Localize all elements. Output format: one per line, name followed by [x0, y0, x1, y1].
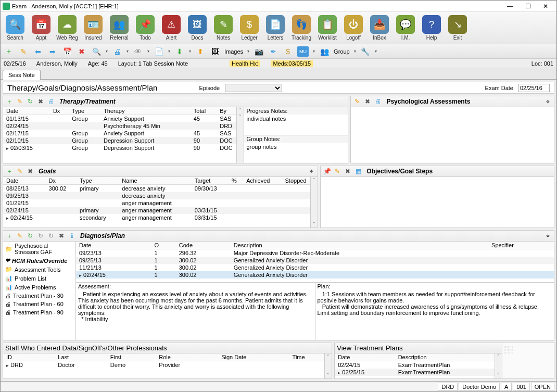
scroll-down-icon[interactable]: ˅	[237, 113, 244, 120]
toolbar-alert[interactable]: ⚠Alert	[159, 14, 184, 43]
table-row[interactable]: ▸ 02/03/15GroupDepression Support90DOC	[3, 144, 244, 151]
table-row[interactable]: 02/17/15GroupAnxiety Support45SAS	[3, 130, 244, 137]
new-doc-dropdown[interactable]: ▾	[168, 49, 170, 54]
search-icon[interactable]: 🔍	[91, 46, 102, 57]
plan-text[interactable]: 1:1 Sessions with team members as needed…	[315, 290, 554, 340]
info-icon[interactable]: ℹ	[68, 232, 76, 240]
delete-icon[interactable]: ✖	[36, 97, 45, 106]
toolbar-insured[interactable]: 🪪Insured	[81, 14, 106, 43]
scroll-down-icon[interactable]: ˅	[311, 221, 318, 227]
group-label[interactable]: Group	[334, 48, 350, 55]
toolbar-ledger[interactable]: $Ledger	[237, 14, 262, 43]
scroll-down-icon[interactable]: ˅	[325, 372, 332, 378]
table-row[interactable]: 01/29/15anger management	[3, 199, 318, 207]
table-row[interactable]: ▸ DRDDoctorDemoProvider	[3, 361, 332, 369]
toolbar-appt[interactable]: 📅Appt	[29, 14, 54, 43]
filter-icon[interactable]: ⌖	[543, 97, 552, 106]
delete-icon[interactable]: ✖	[57, 232, 66, 240]
pen-icon[interactable]: ✒	[268, 46, 278, 57]
table-row[interactable]: 09/25/13decrease anxiety	[3, 192, 318, 199]
assessment-text[interactable]: Patient is experiencing an excess level …	[76, 290, 315, 340]
minimize-button[interactable]: —	[501, 2, 519, 11]
scroll-up-icon[interactable]: ˄	[325, 353, 332, 360]
group-dropdown[interactable]: ▾	[354, 49, 356, 54]
progress-notes-text[interactable]: individual notes	[244, 115, 348, 135]
back-icon[interactable]: ⬅	[33, 46, 43, 57]
add-icon[interactable]: ＋	[5, 232, 14, 240]
table-row[interactable]: 02/10/15GroupDepression Support90DOC	[3, 137, 244, 144]
info-health-hx[interactable]: Health Hx:	[230, 60, 260, 67]
pin-icon[interactable]: 📌	[323, 167, 331, 175]
forward-icon[interactable]: ➡	[47, 46, 58, 57]
scroll-up-icon[interactable]: ˄	[237, 107, 244, 113]
table-row[interactable]: ▸ 02/25/15ExamTreatmentPlan	[335, 369, 502, 376]
add-icon[interactable]: ＋	[4, 46, 14, 57]
print-icon[interactable]: 🖨	[374, 97, 382, 106]
toolbar-logoff[interactable]: ⏻Logoff	[341, 14, 366, 43]
refresh-icon[interactable]: ↻	[26, 232, 34, 240]
toolbar-todo[interactable]: 📌Todo	[133, 14, 158, 43]
sidebar-item[interactable]: 🖨Treatment Plan - 60	[3, 300, 75, 308]
edit-icon[interactable]: ✎	[16, 167, 24, 175]
sidebar-item[interactable]: 📁Assessment Tools	[3, 265, 75, 274]
exam-date-input[interactable]	[518, 84, 550, 92]
table-row[interactable]: 02/24/15primaryanger management03/31/15	[3, 207, 318, 214]
new-doc-icon[interactable]: 📄	[154, 46, 164, 57]
table-row[interactable]: ▸ 02/24/15secondaryanger management03/31…	[3, 214, 318, 221]
search-dropdown[interactable]: ▾	[106, 49, 108, 54]
edit-icon[interactable]: ✎	[353, 97, 361, 106]
print-dropdown[interactable]: ▾	[126, 49, 129, 54]
close-button[interactable]: ✕	[537, 2, 554, 11]
print-icon[interactable]: 🖨	[47, 97, 55, 106]
images-icon[interactable]: 🖼	[210, 46, 220, 57]
group-icon[interactable]: 👥	[319, 46, 330, 57]
upload-icon[interactable]: ⬆	[195, 46, 206, 57]
delete-icon[interactable]: ✖	[363, 97, 372, 106]
table-row[interactable]: 09/25/131300.02Generalized Anxiety Disor…	[76, 257, 554, 264]
toolbar-referral[interactable]: 👥Referral	[107, 14, 132, 43]
edit-icon[interactable]: ✎	[16, 97, 24, 106]
tab-sess-note[interactable]: Sess Note	[3, 70, 41, 80]
download-dropdown[interactable]: ▾	[189, 49, 191, 54]
dollar-icon[interactable]: $	[283, 46, 293, 57]
table-row[interactable]: 08/26/13300.02primarydecrease anxiety09/…	[3, 185, 318, 193]
toolbar-tracking[interactable]: 👣Tracking	[289, 14, 314, 43]
toolbar-help[interactable]: ?Help	[419, 14, 444, 43]
table-row[interactable]: 02/24/15ExamTreatmentPlan	[335, 361, 502, 369]
group-notes-text[interactable]: group notes	[244, 143, 348, 163]
toolbar-docs[interactable]: 🖼Docs	[185, 14, 210, 43]
scroll-down-icon[interactable]: ˅	[495, 372, 502, 378]
print-icon[interactable]: 🖨	[112, 46, 122, 57]
wrench-dropdown[interactable]: ▾	[375, 49, 377, 54]
toolbar-letters[interactable]: 📄Letters	[263, 14, 288, 43]
table-row[interactable]: 01/13/15GroupAnxiety Support45SAS	[3, 115, 244, 123]
add-icon[interactable]: ＋	[5, 97, 14, 106]
camera-icon[interactable]: 📷	[254, 46, 264, 57]
toolbar-i-m-[interactable]: 💬I.M.	[393, 14, 418, 43]
refresh2-icon[interactable]: ↻	[36, 232, 45, 240]
table-row[interactable]: 11/21/131300.02Generalized Anxiety Disor…	[76, 264, 554, 271]
staff-table[interactable]: IDLastFirstRoleSign DateTime▸ DRDDoctorD…	[3, 353, 332, 369]
eye-icon[interactable]: 👁	[133, 46, 143, 57]
images-dropdown[interactable]: ▾	[247, 49, 249, 54]
therapy-table[interactable]: DateDxTypeTherapyTotalBy01/13/15GroupAnx…	[3, 107, 244, 151]
sidebar-item[interactable]: ❤HCM Rules/Override	[3, 256, 75, 265]
sidebar-item[interactable]: 🖨Treatment Plan - 30	[3, 292, 75, 300]
sidebar-item[interactable]: 📁Psychosocial Stressors GAF	[3, 242, 75, 256]
table-row[interactable]: 02/24/15Psychotherapy 45 MinDRD	[3, 122, 244, 130]
delete-icon[interactable]: ✖	[344, 167, 352, 175]
info-meds[interactable]: Meds:03/05/15	[271, 60, 313, 67]
refresh-icon[interactable]: ↻	[26, 97, 34, 106]
images-label[interactable]: Images	[224, 48, 243, 55]
table-row[interactable]: 09/23/131296.32Major Depressive Disorder…	[76, 249, 554, 257]
plans-table[interactable]: DateDescription02/24/15ExamTreatmentPlan…	[335, 353, 502, 376]
toolbar-notes[interactable]: ✎Notes	[211, 14, 236, 43]
filter-icon[interactable]: ⌖	[543, 232, 552, 240]
eye-dropdown[interactable]: ▾	[147, 49, 149, 54]
toolbar-exit[interactable]: ↘Exit	[445, 14, 470, 43]
scroll-up-icon[interactable]: ˄	[495, 353, 502, 360]
toolbar-search[interactable]: 🔍Search	[3, 14, 28, 43]
toolbar-web-reg[interactable]: ☁Web Reg	[55, 14, 80, 43]
maximize-button[interactable]: ☐	[519, 2, 537, 11]
episode-select[interactable]	[225, 84, 282, 92]
